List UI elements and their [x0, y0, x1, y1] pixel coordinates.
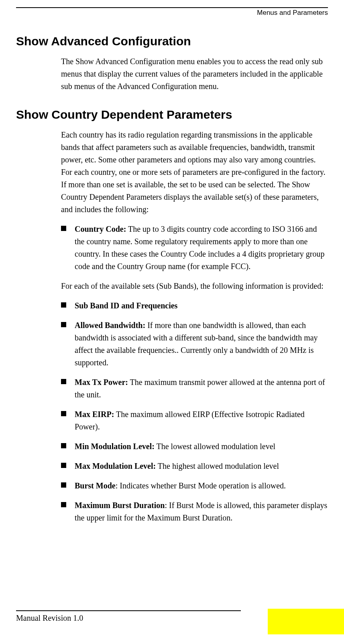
list-item: Min Modulation Level: The lowest allowed… [61, 440, 328, 453]
bullet-label: Allowed Bandwidth: [75, 321, 145, 330]
heading-show-advanced-configuration: Show Advanced Configuration [16, 34, 328, 48]
bullet-label: Min Modulation Level: [75, 442, 155, 451]
footer-row: Manual Revision 1.0 4-9 [0, 611, 344, 639]
list-item: Max Tx Power: The maximum transmit power… [61, 376, 328, 401]
list-item: Country Code: The up to 3 digits country… [61, 223, 328, 273]
paragraph: For each of the available sets (Sub Band… [61, 280, 328, 292]
yellow-highlight-box [268, 609, 344, 634]
list-item: Sub Band ID and Frequencies [61, 300, 328, 312]
list-item: Max EIRP: The maximum allowed EIRP (Effe… [61, 408, 328, 433]
bullet-label: Burst Mode [75, 481, 116, 490]
bullet-text: : Indicates whether Burst Mode operation… [116, 481, 286, 490]
bullet-label: Max Modulation Level: [75, 462, 156, 470]
list-item: Allowed Bandwidth: If more than one band… [61, 319, 328, 369]
bullet-list-2: Sub Band ID and Frequencies Allowed Band… [61, 300, 328, 524]
heading-show-country-dependent-parameters: Show Country Dependent Parameters [16, 108, 328, 122]
header-section: Menus and Parameters [16, 8, 328, 19]
footer-left: Manual Revision 1.0 [16, 614, 83, 623]
footer: Manual Revision 1.0 4-9 [0, 610, 344, 639]
page: Menus and Parameters Show Advanced Confi… [0, 7, 344, 644]
list-item: Burst Mode: Indicates whether Burst Mode… [61, 480, 328, 492]
bullet-label: Sub Band ID and Frequencies [75, 301, 177, 310]
body-block-1: The Show Advanced Configuration menu ena… [61, 55, 328, 93]
body-block-2: Each country has its radio regulation re… [61, 129, 328, 524]
list-item: Max Modulation Level: The highest allowe… [61, 460, 328, 472]
bullet-text: The highest allowed modulation level [156, 462, 279, 470]
bullet-label: Maximum Burst Duration [75, 501, 165, 510]
bullet-text: The lowest allowed modulation level [155, 442, 275, 451]
bullet-label: Country Code: [75, 225, 126, 233]
bullet-list-1: Country Code: The up to 3 digits country… [61, 223, 328, 273]
paragraph: Each country has its radio regulation re… [61, 129, 328, 216]
list-item: Maximum Burst Duration: If Burst Mode is… [61, 499, 328, 524]
bullet-label: Max EIRP: [75, 410, 114, 419]
paragraph: The Show Advanced Configuration menu ena… [61, 55, 328, 93]
bullet-label: Max Tx Power: [75, 378, 128, 387]
